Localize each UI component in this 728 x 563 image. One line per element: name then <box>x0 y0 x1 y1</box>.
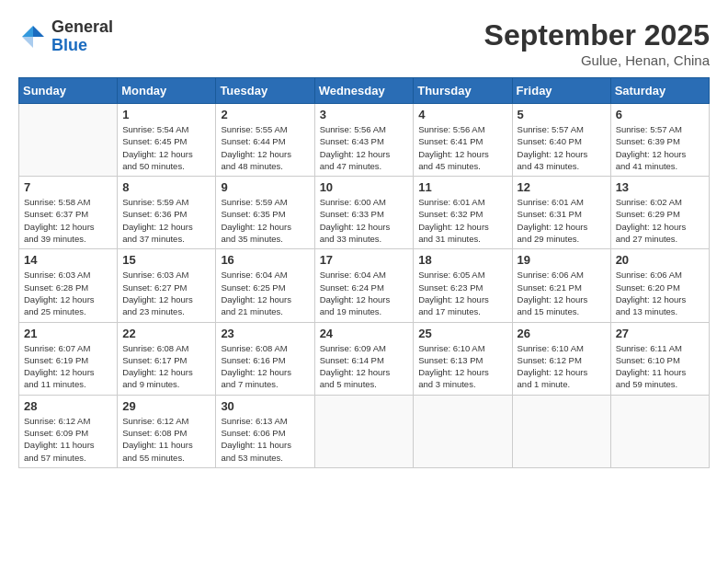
day-number: 16 <box>221 253 309 267</box>
logo: General Blue <box>18 18 113 55</box>
day-info: Sunrise: 5:55 AM Sunset: 6:44 PM Dayligh… <box>221 123 309 172</box>
day-info: Sunrise: 6:06 AM Sunset: 6:20 PM Dayligh… <box>616 269 704 317</box>
calendar-day-cell: 1Sunrise: 5:54 AM Sunset: 6:45 PM Daylig… <box>118 104 216 177</box>
calendar-day-cell: 4Sunrise: 5:56 AM Sunset: 6:41 PM Daylig… <box>414 104 512 177</box>
calendar-day-cell: 24Sunrise: 6:09 AM Sunset: 6:14 PM Dayli… <box>314 322 414 395</box>
day-info: Sunrise: 6:02 AM Sunset: 6:29 PM Dayligh… <box>616 196 704 245</box>
day-number: 6 <box>616 108 704 121</box>
day-info: Sunrise: 5:57 AM Sunset: 6:39 PM Dayligh… <box>616 123 704 172</box>
calendar-week-row: 7Sunrise: 5:58 AM Sunset: 6:37 PM Daylig… <box>19 177 710 249</box>
calendar-day-cell: 7Sunrise: 5:58 AM Sunset: 6:37 PM Daylig… <box>19 177 118 249</box>
calendar-week-row: 1Sunrise: 5:54 AM Sunset: 6:45 PM Daylig… <box>19 104 710 177</box>
calendar-day-cell <box>512 395 610 467</box>
calendar-day-cell <box>19 104 118 177</box>
svg-marker-2 <box>22 37 33 48</box>
calendar-day-cell <box>414 395 512 467</box>
day-info: Sunrise: 5:56 AM Sunset: 6:43 PM Dayligh… <box>320 123 409 172</box>
calendar-day-cell: 14Sunrise: 6:03 AM Sunset: 6:28 PM Dayli… <box>19 249 118 322</box>
day-number: 15 <box>122 253 210 267</box>
day-info: Sunrise: 5:58 AM Sunset: 6:37 PM Dayligh… <box>24 196 112 245</box>
calendar-header-wednesday: Wednesday <box>314 78 414 104</box>
day-info: Sunrise: 6:00 AM Sunset: 6:33 PM Dayligh… <box>320 196 409 245</box>
day-info: Sunrise: 5:57 AM Sunset: 6:40 PM Dayligh… <box>518 123 606 172</box>
day-number: 21 <box>24 327 112 340</box>
day-info: Sunrise: 5:59 AM Sunset: 6:36 PM Dayligh… <box>122 196 210 245</box>
day-info: Sunrise: 6:04 AM Sunset: 6:24 PM Dayligh… <box>320 269 409 317</box>
day-number: 29 <box>122 399 210 413</box>
calendar-day-cell: 3Sunrise: 5:56 AM Sunset: 6:43 PM Daylig… <box>314 104 414 177</box>
title-area: September 2025 Gulue, Henan, China <box>484 18 710 68</box>
calendar-day-cell <box>610 395 709 467</box>
calendar-day-cell: 27Sunrise: 6:11 AM Sunset: 6:10 PM Dayli… <box>610 322 709 395</box>
day-info: Sunrise: 6:09 AM Sunset: 6:14 PM Dayligh… <box>320 342 409 391</box>
calendar-day-cell: 9Sunrise: 5:59 AM Sunset: 6:35 PM Daylig… <box>216 177 314 249</box>
day-number: 17 <box>320 253 409 267</box>
day-number: 19 <box>518 253 606 267</box>
calendar-day-cell <box>314 395 414 467</box>
svg-marker-1 <box>22 26 33 37</box>
day-number: 11 <box>418 180 506 194</box>
svg-marker-0 <box>33 26 44 37</box>
day-info: Sunrise: 5:56 AM Sunset: 6:41 PM Dayligh… <box>418 123 506 172</box>
calendar-day-cell: 29Sunrise: 6:12 AM Sunset: 6:08 PM Dayli… <box>118 395 216 467</box>
calendar-day-cell: 18Sunrise: 6:05 AM Sunset: 6:23 PM Dayli… <box>414 249 512 322</box>
calendar-week-row: 28Sunrise: 6:12 AM Sunset: 6:09 PM Dayli… <box>19 395 710 467</box>
month-title: September 2025 <box>484 18 710 52</box>
logo-general-text: General <box>51 18 113 37</box>
calendar-day-cell: 23Sunrise: 6:08 AM Sunset: 6:16 PM Dayli… <box>216 322 314 395</box>
day-number: 9 <box>221 180 309 194</box>
calendar-day-cell: 19Sunrise: 6:06 AM Sunset: 6:21 PM Dayli… <box>512 249 610 322</box>
day-number: 12 <box>518 180 606 194</box>
day-number: 3 <box>320 108 409 121</box>
calendar-day-cell: 11Sunrise: 6:01 AM Sunset: 6:32 PM Dayli… <box>414 177 512 249</box>
calendar-header-tuesday: Tuesday <box>216 78 314 104</box>
calendar-header-monday: Monday <box>118 78 216 104</box>
calendar-day-cell: 2Sunrise: 5:55 AM Sunset: 6:44 PM Daylig… <box>216 104 314 177</box>
calendar-day-cell: 28Sunrise: 6:12 AM Sunset: 6:09 PM Dayli… <box>19 395 118 467</box>
calendar-day-cell: 26Sunrise: 6:10 AM Sunset: 6:12 PM Dayli… <box>512 322 610 395</box>
day-number: 20 <box>616 253 704 267</box>
day-number: 4 <box>418 108 506 121</box>
logo-blue-text: Blue <box>51 37 113 55</box>
calendar-day-cell: 10Sunrise: 6:00 AM Sunset: 6:33 PM Dayli… <box>314 177 414 249</box>
day-info: Sunrise: 6:10 AM Sunset: 6:13 PM Dayligh… <box>418 342 506 391</box>
day-info: Sunrise: 6:12 AM Sunset: 6:09 PM Dayligh… <box>24 415 112 464</box>
day-number: 10 <box>320 180 409 194</box>
day-info: Sunrise: 6:11 AM Sunset: 6:10 PM Dayligh… <box>616 342 704 391</box>
day-number: 28 <box>24 399 112 413</box>
day-info: Sunrise: 6:04 AM Sunset: 6:25 PM Dayligh… <box>221 269 309 317</box>
calendar-day-cell: 25Sunrise: 6:10 AM Sunset: 6:13 PM Dayli… <box>414 322 512 395</box>
day-info: Sunrise: 6:10 AM Sunset: 6:12 PM Dayligh… <box>518 342 606 391</box>
calendar-day-cell: 6Sunrise: 5:57 AM Sunset: 6:39 PM Daylig… <box>610 104 709 177</box>
location-subtitle: Gulue, Henan, China <box>484 52 710 68</box>
calendar-week-row: 21Sunrise: 6:07 AM Sunset: 6:19 PM Dayli… <box>19 322 710 395</box>
day-number: 18 <box>418 253 506 267</box>
day-number: 22 <box>122 327 210 340</box>
day-number: 13 <box>616 180 704 194</box>
calendar-header-row: SundayMondayTuesdayWednesdayThursdayFrid… <box>19 78 710 104</box>
day-info: Sunrise: 5:59 AM Sunset: 6:35 PM Dayligh… <box>221 196 309 245</box>
day-info: Sunrise: 6:12 AM Sunset: 6:08 PM Dayligh… <box>122 415 210 464</box>
calendar-header-friday: Friday <box>512 78 610 104</box>
calendar-day-cell: 17Sunrise: 6:04 AM Sunset: 6:24 PM Dayli… <box>314 249 414 322</box>
calendar-day-cell: 12Sunrise: 6:01 AM Sunset: 6:31 PM Dayli… <box>512 177 610 249</box>
page-header: General Blue September 2025 Gulue, Henan… <box>18 18 710 68</box>
day-number: 5 <box>518 108 606 121</box>
calendar-header-sunday: Sunday <box>19 78 118 104</box>
day-info: Sunrise: 6:01 AM Sunset: 6:32 PM Dayligh… <box>418 196 506 245</box>
day-info: Sunrise: 6:13 AM Sunset: 6:06 PM Dayligh… <box>221 415 309 464</box>
day-number: 27 <box>616 327 704 340</box>
calendar-day-cell: 30Sunrise: 6:13 AM Sunset: 6:06 PM Dayli… <box>216 395 314 467</box>
day-info: Sunrise: 6:07 AM Sunset: 6:19 PM Dayligh… <box>24 342 112 391</box>
calendar-header-saturday: Saturday <box>610 78 709 104</box>
day-number: 8 <box>122 180 210 194</box>
logo-icon <box>18 22 48 52</box>
day-number: 2 <box>221 108 309 121</box>
day-number: 7 <box>24 180 112 194</box>
day-number: 1 <box>122 108 210 121</box>
day-info: Sunrise: 6:08 AM Sunset: 6:16 PM Dayligh… <box>221 342 309 391</box>
day-info: Sunrise: 6:01 AM Sunset: 6:31 PM Dayligh… <box>518 196 606 245</box>
calendar-day-cell: 15Sunrise: 6:03 AM Sunset: 6:27 PM Dayli… <box>118 249 216 322</box>
day-number: 24 <box>320 327 409 340</box>
calendar-day-cell: 13Sunrise: 6:02 AM Sunset: 6:29 PM Dayli… <box>610 177 709 249</box>
